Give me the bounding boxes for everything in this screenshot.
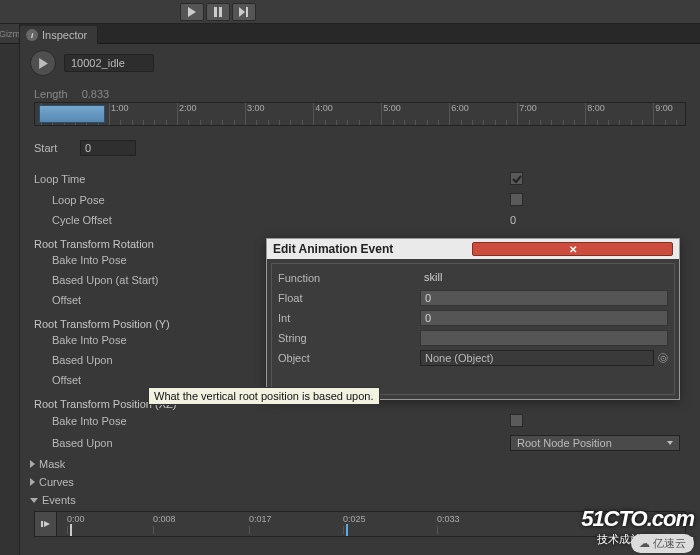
root-pos-y-offset-label: Offset xyxy=(34,374,174,386)
loop-time-checkbox[interactable] xyxy=(510,172,523,185)
play-button[interactable] xyxy=(180,3,204,21)
clip-name-field[interactable]: 10002_idle xyxy=(64,54,154,72)
root-rotation-bake-label: Bake Into Pose xyxy=(34,254,174,266)
loop-time-label: Loop Time xyxy=(34,173,174,185)
loop-pose-label: Loop Pose xyxy=(34,194,174,206)
gizmo-tab[interactable]: Gizm xyxy=(0,24,20,43)
chevron-down-icon xyxy=(30,498,38,503)
step-button[interactable] xyxy=(232,3,256,21)
dlg-function-value[interactable]: skill xyxy=(420,270,668,286)
edit-animation-event-dialog: Edit Animation Event ✕ Function skill Fl… xyxy=(266,238,680,400)
dlg-string-field[interactable] xyxy=(420,330,668,346)
events-tick: 0:017 xyxy=(249,514,272,524)
info-icon: i xyxy=(26,29,38,41)
svg-rect-1 xyxy=(219,7,222,17)
root-pos-xz-based-select[interactable]: Root Node Position xyxy=(510,435,680,451)
mask-foldout[interactable]: Mask xyxy=(20,455,700,473)
root-rotation-offset-label: Offset xyxy=(34,294,174,306)
dlg-float-field[interactable] xyxy=(420,290,668,306)
dialog-title: Edit Animation Event xyxy=(273,242,472,256)
dialog-close-button[interactable]: ✕ xyxy=(472,242,673,256)
clip-preview-play-button[interactable] xyxy=(30,50,56,76)
tooltip: What the vertical root position is based… xyxy=(148,387,380,405)
object-picker-icon[interactable]: ⊙ xyxy=(658,353,668,363)
curves-label: Curves xyxy=(39,476,74,488)
events-timeline[interactable]: 0:000:0080:0170:0250:033 xyxy=(34,511,686,537)
events-tick: 0:025 xyxy=(343,514,366,524)
length-value: 0.833 xyxy=(82,88,110,100)
dlg-object-label: Object xyxy=(278,352,420,364)
svg-rect-0 xyxy=(214,7,217,17)
svg-rect-3 xyxy=(41,521,43,527)
root-pos-xz-based-value: Root Node Position xyxy=(517,437,612,449)
length-label: Length xyxy=(34,88,68,100)
root-rotation-based-label: Based Upon (at Start) xyxy=(34,274,174,286)
events-foldout[interactable]: Events xyxy=(20,491,700,509)
loop-pose-checkbox[interactable] xyxy=(510,193,523,206)
pause-button[interactable] xyxy=(206,3,230,21)
start-field[interactable] xyxy=(80,140,136,156)
clip-timeline[interactable]: 0:001:002:003:004:005:006:007:008:009:00 xyxy=(34,102,686,126)
curves-foldout[interactable]: Curves xyxy=(20,473,700,491)
events-label: Events xyxy=(42,494,76,506)
dlg-function-label: Function xyxy=(278,272,420,284)
inspector-tab[interactable]: i Inspector xyxy=(20,26,98,44)
clip-range-handle[interactable] xyxy=(39,105,105,123)
root-pos-y-bake-label: Bake Into Pose xyxy=(34,334,174,346)
cycle-offset-label: Cycle Offset xyxy=(34,214,174,226)
inspector-tab-label: Inspector xyxy=(42,29,87,41)
add-event-button[interactable] xyxy=(35,512,57,536)
dropdown-arrow-icon xyxy=(667,441,673,445)
cycle-offset-value: 0 xyxy=(510,214,516,226)
dlg-object-slot[interactable]: None (Object) xyxy=(420,350,654,366)
event-marker[interactable] xyxy=(67,524,75,536)
mask-label: Mask xyxy=(39,458,65,470)
event-marker-selected[interactable] xyxy=(343,524,351,536)
root-pos-y-based-label: Based Upon xyxy=(34,354,174,366)
events-tick: 0:008 xyxy=(153,514,176,524)
chevron-right-icon xyxy=(30,478,35,486)
dlg-string-label: String xyxy=(278,332,420,344)
root-pos-xz-based-label: Based Upon xyxy=(34,437,174,449)
dlg-float-label: Float xyxy=(278,292,420,304)
start-label: Start xyxy=(34,142,80,154)
root-pos-xz-bake-checkbox[interactable] xyxy=(510,414,523,427)
chevron-right-icon xyxy=(30,460,35,468)
events-tick: 0:00 xyxy=(67,514,85,524)
dlg-int-label: Int xyxy=(278,312,420,324)
root-pos-xz-bake-label: Bake Into Pose xyxy=(34,415,174,427)
events-tick: 0:033 xyxy=(437,514,460,524)
dlg-int-field[interactable] xyxy=(420,310,668,326)
svg-rect-2 xyxy=(246,7,248,17)
